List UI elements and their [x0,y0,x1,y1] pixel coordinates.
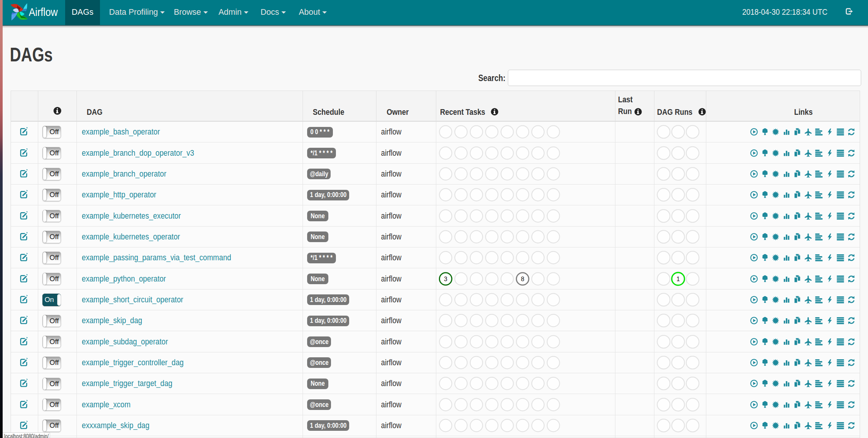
svg-text:1: 1 [676,275,680,282]
svg-text:3: 3 [444,275,447,282]
svg-text:8: 8 [521,275,524,282]
